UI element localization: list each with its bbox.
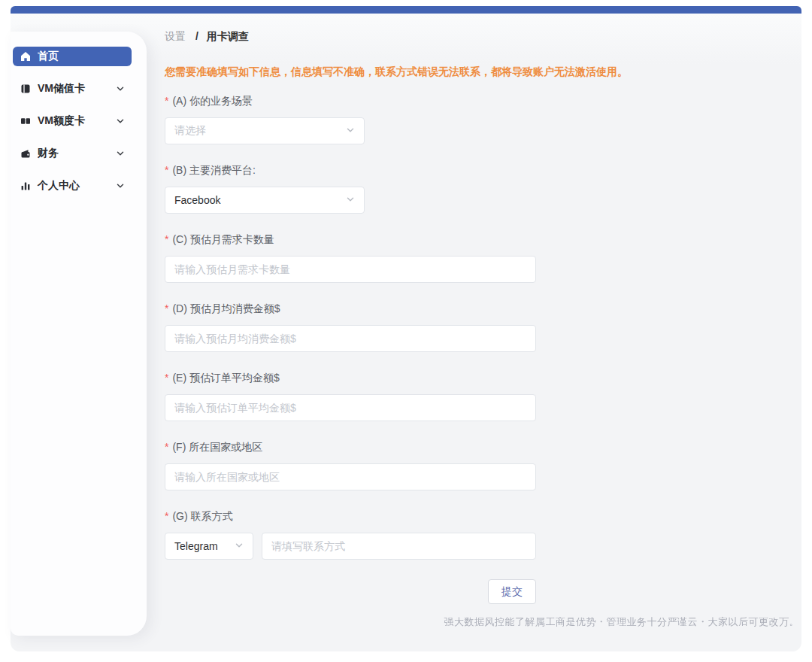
field-label: *(A) 你的业务场景 [165,95,799,108]
required-asterisk: * [165,233,168,245]
submit-button[interactable]: 提交 [488,579,536,604]
chevron-down-icon [116,181,125,190]
monthly-card-quantity-input[interactable] [165,256,536,283]
top-accent-bar [11,6,801,14]
quota-card-icon [20,116,31,126]
field-label: *(B) 主要消费平台: [165,164,799,178]
submit-row: 提交 [165,579,536,604]
form-field-e: *(E) 预估订单平均金额$ [165,372,799,421]
required-asterisk: * [165,95,168,107]
sidebar-item-label: VM储值卡 [38,82,85,96]
field-label: *(C) 预估月需求卡数量 [165,233,799,247]
contact-row: Telegram [165,533,536,560]
select-placeholder: 请选择 [174,124,206,138]
field-label: *(F) 所在国家或地区 [165,441,799,454]
form-field-f: *(F) 所在国家或地区 [165,441,799,490]
form-field-d: *(D) 预估月均消费金额$ [165,302,799,352]
sidebar-item-vm-quota-card[interactable]: VM额度卡 [13,111,132,131]
home-icon [20,51,31,62]
form-field-a: *(A) 你的业务场景 请选择 [165,95,799,144]
sidebar-item-label: 个人中心 [38,179,80,193]
watermark-text: 强大数据风控能了解属工商是优势・管理业务十分严谨云・大家以后可更改万。 [165,615,799,629]
field-label: *(D) 预估月均消费金额$ [165,302,799,316]
app-frame: 首页 VM储值卡 VM额度卡 [11,14,801,651]
breadcrumb-separator: / [195,30,198,42]
chevron-down-icon [116,84,125,93]
chevron-down-icon [346,125,355,137]
sidebar-item-label: 财务 [38,147,59,160]
required-asterisk: * [165,510,168,522]
card-survey-form: *(A) 你的业务场景 请选择 *(B) 主要消费平台: [165,95,799,604]
required-asterisk: * [165,372,168,384]
country-region-input[interactable] [165,463,536,490]
finance-icon [20,148,31,159]
chevron-down-icon [235,540,244,552]
sidebar: 首页 VM储值卡 VM额度卡 [11,32,147,636]
sidebar-item-finance[interactable]: 财务 [13,144,132,163]
contact-value-input[interactable] [262,533,536,560]
profile-icon [20,181,31,191]
sidebar-item-label: 首页 [38,50,59,63]
sidebar-item-vm-stored-card[interactable]: VM储值卡 [13,79,132,99]
chevron-down-icon [116,117,125,126]
sidebar-item-label: VM额度卡 [38,114,85,128]
breadcrumb-parent[interactable]: 设置 [165,30,186,42]
monthly-spend-amount-input[interactable] [165,325,536,352]
form-field-b: *(B) 主要消费平台: Facebook [165,164,799,214]
field-label: *(E) 预估订单平均金额$ [165,372,799,385]
field-label: *(G) 联系方式 [165,510,799,524]
chevron-down-icon [346,194,355,206]
required-asterisk: * [165,164,168,176]
warning-message: 您需要准确填写如下信息，信息填写不准确，联系方式错误无法联系，都将导致账户无法激… [165,65,799,79]
avg-order-amount-input[interactable] [165,394,536,421]
sidebar-item-home[interactable]: 首页 [13,47,132,66]
required-asterisk: * [165,302,168,314]
main-content: 设置 / 用卡调查 您需要准确填写如下信息，信息填写不准确，联系方式错误无法联系… [165,14,799,629]
form-field-c: *(C) 预估月需求卡数量 [165,233,799,283]
sidebar-item-profile[interactable]: 个人中心 [13,176,132,196]
page: 首页 VM储值卡 VM额度卡 [0,0,812,662]
business-scene-select[interactable]: 请选择 [165,117,365,144]
chevron-down-icon [116,149,125,158]
select-value: Facebook [174,194,220,206]
required-asterisk: * [165,441,168,453]
select-value: Telegram [174,540,218,552]
stored-card-icon [20,84,31,94]
sidebar-nav: 首页 VM储值卡 VM额度卡 [11,32,147,196]
form-field-g: *(G) 联系方式 Telegram [165,510,799,560]
contact-type-select[interactable]: Telegram [165,533,253,560]
breadcrumb: 设置 / 用卡调查 [165,30,799,44]
breadcrumb-current: 用卡调查 [207,30,249,42]
platform-select[interactable]: Facebook [165,187,365,214]
